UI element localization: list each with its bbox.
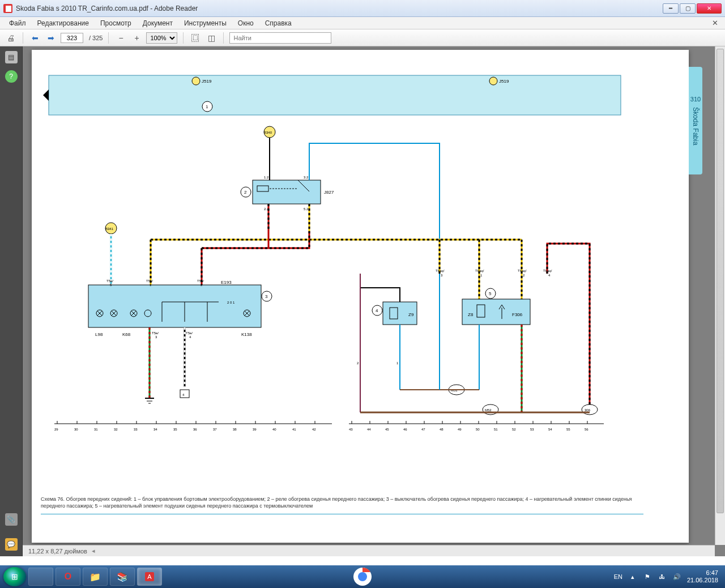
separator — [108, 32, 109, 44]
svg-text:51: 51 — [494, 428, 498, 431]
toolbar: 🖨 ⬅ ➡ / 325 − + 100% ⿴ ◫ — [0, 29, 725, 46]
page-total: / 325 — [89, 35, 103, 41]
chevron-left-icon[interactable]: ◂ — [92, 547, 95, 555]
label-B340: B340 — [264, 131, 272, 134]
sidebar: ▤ ? 📎 💬 — [0, 46, 23, 556]
manual-model-label: Škoda Fabia — [692, 107, 700, 145]
callout-5: 5 — [489, 291, 492, 296]
window-controls: ━ ▢ ✕ — [663, 3, 722, 14]
svg-text:36: 36 — [193, 428, 197, 431]
print-icon[interactable]: 🖨 — [5, 32, 17, 44]
fit-page-icon[interactable]: ◫ — [205, 32, 218, 44]
wiring-diagram: J519 J519 1 B340 2 J827 1.2 3.2 2.2 5.2 — [32, 50, 689, 543]
taskbar: ⊞ O 📁 📚 A EN ▴ ⚑ 🖧 🔊 6:47 21.06.2018 — [0, 565, 725, 588]
vertical-scrollbar[interactable] — [715, 46, 725, 545]
caption-rule — [41, 514, 643, 514]
menu-view[interactable]: Просмотр — [95, 18, 137, 28]
maximize-button[interactable]: ▢ — [680, 3, 696, 14]
svg-text:34: 34 — [153, 428, 157, 431]
close-button[interactable]: ✕ — [697, 3, 722, 14]
label-F306: F306 — [512, 312, 523, 317]
find-input[interactable] — [229, 32, 331, 44]
svg-text:T6aq/: T6aq/ — [475, 269, 484, 272]
prev-page-icon[interactable]: ⬅ — [29, 32, 41, 44]
svg-text:44: 44 — [367, 428, 371, 431]
window-title: Skoda Fabia s 2010 TR_Carinfo.com.ua.pdf… — [16, 5, 663, 12]
svg-text:4: 4 — [548, 274, 551, 277]
menu-window[interactable]: Окно — [232, 18, 259, 28]
svg-text:T6aq/: T6aq/ — [518, 269, 527, 272]
pdf-page: 310 Škoda Fabia J519 J519 1 B340 2 J827 — [32, 50, 689, 543]
svg-text:4: 4 — [189, 335, 191, 339]
svg-text:46: 46 — [403, 428, 407, 431]
window-titlebar: Skoda Fabia s 2010 TR_Carinfo.com.ua.pdf… — [0, 0, 725, 17]
page-margin-tab: 310 Škoda Fabia — [689, 67, 702, 174]
marquee-zoom-icon[interactable]: ⿴ — [189, 32, 202, 44]
svg-text:45: 45 — [385, 428, 389, 431]
adobe-reader-icon — [3, 4, 12, 13]
page-dimensions: 11,22 x 8,27 дюймов — [28, 548, 87, 555]
svg-text:47: 47 — [421, 428, 425, 431]
pages-panel-icon[interactable]: ▤ — [5, 51, 18, 63]
attachments-icon[interactable]: 📎 — [5, 513, 18, 526]
menu-edit[interactable]: Редактирование — [32, 18, 95, 28]
zoom-select[interactable]: 100% — [146, 32, 177, 44]
document-close-icon[interactable]: ✕ — [709, 19, 722, 27]
label-K68: K68 — [122, 332, 131, 337]
svg-text:31: 31 — [94, 428, 98, 431]
separator — [183, 32, 184, 44]
svg-text:43: 43 — [349, 428, 353, 431]
svg-text:38: 38 — [233, 428, 237, 431]
svg-text:29: 29 — [54, 428, 58, 431]
callout-4: 4 — [376, 308, 378, 313]
menu-document[interactable]: Документ — [137, 18, 178, 28]
callout-2: 2 — [244, 190, 247, 195]
comments-icon[interactable]: 💬 — [5, 538, 18, 551]
help-icon[interactable]: ? — [5, 70, 18, 83]
svg-text:55: 55 — [566, 428, 570, 431]
svg-text:30: 30 — [74, 428, 78, 431]
pin-t5e1: T5e/ — [146, 279, 153, 283]
menu-bar: Файл Редактирование Просмотр Документ Ин… — [0, 17, 725, 29]
zoom-out-icon[interactable]: − — [114, 32, 127, 44]
pin-t5e3: T5e/ — [152, 331, 159, 335]
svg-text:48: 48 — [440, 428, 443, 431]
label-201: 2 0 1 — [227, 301, 235, 304]
pin-1-2: 1.2 — [264, 176, 269, 179]
callout-3: 3 — [265, 294, 268, 299]
svg-text:49: 49 — [458, 428, 462, 431]
svg-text:50: 50 — [476, 428, 480, 431]
label-J827: J827 — [324, 190, 334, 195]
ref-j519-right: J519 — [499, 79, 509, 84]
scrollbar-thumb[interactable] — [717, 49, 724, 513]
svg-text:T6aq/: T6aq/ — [436, 269, 445, 272]
label-L98: L98 — [95, 332, 103, 337]
svg-rect-54 — [180, 390, 189, 398]
label-K138: K138 — [241, 332, 252, 337]
page-number-input[interactable] — [61, 33, 83, 43]
svg-marker-1 — [43, 90, 49, 101]
svg-point-3 — [489, 77, 497, 85]
svg-text:35: 35 — [173, 428, 177, 431]
figure-caption: Схема 76. Обогрев передних сидений: 1 – … — [41, 496, 643, 514]
svg-text:41: 41 — [292, 428, 296, 431]
svg-text:40: 40 — [272, 428, 276, 431]
svg-rect-7 — [253, 180, 321, 204]
svg-text:53: 53 — [530, 428, 534, 431]
menu-tools[interactable]: Инструменты — [178, 18, 232, 28]
menu-file[interactable]: Файл — [3, 18, 32, 28]
next-page-icon[interactable]: ➡ — [45, 32, 57, 44]
label-Z9: Z9 — [408, 312, 414, 317]
svg-point-144 — [358, 572, 367, 581]
minimize-button[interactable]: ━ — [663, 3, 679, 14]
task-chrome[interactable] — [28, 568, 53, 586]
label-E193: E193 — [221, 280, 232, 285]
svg-text:54: 54 — [548, 428, 552, 431]
page-number-label: 310 — [690, 96, 701, 103]
svg-point-2 — [192, 77, 200, 85]
separator — [23, 32, 23, 44]
zoom-in-icon[interactable]: + — [130, 32, 143, 44]
pin-t5e5: T5e/ — [106, 279, 113, 283]
document-viewport: 310 Škoda Fabia J519 J519 1 B340 2 J827 — [23, 46, 725, 556]
menu-help[interactable]: Справка — [259, 18, 297, 28]
